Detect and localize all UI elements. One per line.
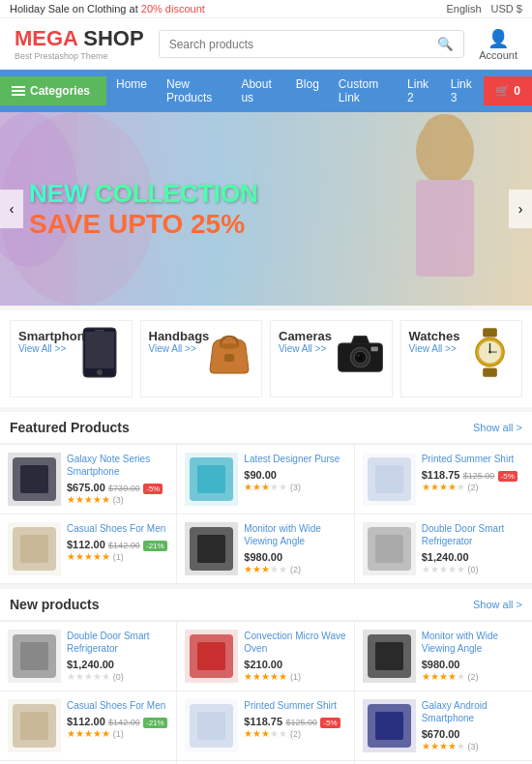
svg-point-11 [220,343,239,349]
product-item[interactable]: Galaxy Note Series Smartphone $675.00 $7… [0,445,177,514]
product-info: Latest Designer Purse $90.00 ★★★★★ (3) [244,453,345,506]
product-stars: ★★★★★ (1) [67,728,168,739]
nav-link3[interactable]: Link 3 [441,70,485,112]
featured-products-grid: Galaxy Note Series Smartphone $675.00 $7… [0,444,532,584]
product-item[interactable]: Printed Summer Shirt $118.75 $125.00 -5%… [355,445,532,514]
svg-rect-19 [483,328,497,337]
nav-home[interactable]: Home [106,70,157,112]
hero-line2: SAVE UPTO 25% [29,209,258,240]
handbag-icon [203,326,256,379]
category-handbags[interactable]: Handbags View All >> [140,320,263,397]
product-price: $980.00 [422,658,524,671]
svg-point-6 [424,114,466,149]
featured-show-all[interactable]: Show all > [473,422,522,433]
product-name[interactable]: Double Door Smart Refrigerator [67,630,168,655]
header: MEGA SHOP Best Prestashop Theme 🔍 👤 Acco… [0,18,532,70]
product-name[interactable]: Galaxy Android Smartphone [422,699,524,724]
svg-point-17 [357,355,359,357]
category-smartphones[interactable]: Smartphones View All >> [10,320,133,397]
nav-about[interactable]: About us [231,70,285,112]
product-name[interactable]: Monitor with Wide Viewing Angle [422,630,524,655]
logo[interactable]: MEGA SHOP Best Prestashop Theme [15,26,144,62]
cart-button[interactable]: 🛒 0 [484,76,532,105]
product-price: $1,240.00 [67,658,168,671]
svg-rect-39 [20,642,48,670]
product-item[interactable]: Casual Shoes For Men $112.00 $142.00 -21… [0,691,177,761]
product-thumbnail [8,453,61,506]
svg-rect-43 [375,642,403,670]
featured-section: Featured Products Show all > Galaxy Note… [0,412,532,584]
svg-rect-8 [85,332,114,368]
product-name[interactable]: Printed Summer Shirt [422,453,524,465]
product-name[interactable]: Monitor with Wide Viewing Angle [244,522,345,547]
product-stars: ★★★★★ (0) [67,671,168,682]
product-item[interactable]: Double Door Smart Refrigerator $1,240.00… [355,514,532,584]
product-stars: ★★★★★ (2) [244,564,345,574]
product-info: Convection Micro Wave Oven $210.00 ★★★★★… [244,630,345,683]
product-name[interactable]: Galaxy Note Series Smartphone [67,453,168,478]
navigation: Categories Home New Products About us Bl… [0,70,532,112]
category-cameras[interactable]: Cameras View All >> [270,320,393,397]
product-item[interactable]: Double Door Smart Refrigerator $1,240.00… [0,622,177,691]
svg-point-25 [488,351,491,354]
nav-link2[interactable]: Link 2 [398,70,441,112]
new-products-grid: Double Door Smart Refrigerator $1,240.00… [0,621,532,764]
new-products-section: New products Show all > Double Door Smar… [0,589,532,764]
product-price: $118.75 $125.00 -5% [422,468,524,482]
language-selector[interactable]: English [447,3,482,15]
product-name[interactable]: Casual Shoes For Men [67,699,168,712]
product-info: Casual Shoes For Men $112.00 $142.00 -21… [67,699,168,752]
product-stars: ★★★★★ (1) [244,671,345,682]
product-name[interactable]: Printed Summer Shirt [244,699,345,712]
product-stars: ★★★★★ (3) [67,494,168,505]
product-thumbnail [185,699,238,752]
product-info: Monitor with Wide Viewing Angle $980.00 … [244,522,345,575]
product-thumbnail [185,630,238,683]
product-item[interactable]: Latest Designer Purse $90.00 ★★★★★ (3) [177,445,354,514]
product-name[interactable]: Casual Shoes For Men [67,522,168,535]
product-info: Printed Summer Shirt $118.75 $125.00 -5%… [422,453,524,506]
nav-new-products[interactable]: New Products [157,70,231,112]
product-price: $1,240.00 [422,550,524,564]
product-name[interactable]: Convection Micro Wave Oven [244,630,345,655]
categories-button[interactable]: Categories [0,76,106,105]
product-item[interactable]: Monitor with Wide Viewing Angle $980.00 … [177,514,354,584]
search-input[interactable] [160,31,429,57]
product-thumbnail [363,453,416,506]
svg-rect-41 [197,642,225,670]
account-button[interactable]: 👤 Account [479,28,517,61]
product-item[interactable]: Printed Summer Shirt $118.75 $125.00 -5%… [177,691,354,761]
hero-content: NEW COLLECTION SAVE UPTO 25% [0,160,287,259]
svg-rect-20 [483,368,497,377]
product-item[interactable]: Galaxy Android Smartphone $670.00 ★★★★★ … [355,691,532,761]
new-products-title: New products [10,597,100,612]
nav-custom-link[interactable]: Custom Link [329,70,398,112]
hero-prev-button[interactable]: ‹ [0,190,23,228]
category-watches[interactable]: Watches View All >> [400,320,523,397]
product-item[interactable]: Convection Micro Wave Oven $210.00 ★★★★★… [177,622,354,691]
currency-selector[interactable]: USD $ [491,3,522,15]
product-info: Galaxy Note Series Smartphone $675.00 $7… [67,453,168,506]
new-products-show-all[interactable]: Show all > [473,599,522,610]
product-item[interactable]: Monitor with Wide Viewing Angle $980.00 … [355,622,532,691]
hamburger-icon [12,86,25,96]
svg-rect-5 [416,180,474,277]
featured-title: Featured Products [10,420,130,435]
product-thumbnail [185,453,238,506]
hero-next-button[interactable]: › [509,190,532,228]
product-thumbnail [363,699,416,752]
product-name[interactable]: Double Door Smart Refrigerator [422,522,524,547]
product-item[interactable]: Casual Shoes For Men $112.00 $142.00 -21… [0,514,177,584]
product-price: $980.00 [244,550,345,564]
account-icon: 👤 [488,28,509,49]
hero-banner: NEW COLLECTION SAVE UPTO 25% ‹ › [0,112,532,306]
product-info: Double Door Smart Refrigerator $1,240.00… [67,630,168,683]
product-name[interactable]: Latest Designer Purse [244,453,345,465]
product-thumbnail [8,699,61,752]
product-stars: ★★★★★ (3) [244,482,345,492]
product-thumbnail [8,522,61,575]
svg-rect-49 [375,712,403,740]
nav-blog[interactable]: Blog [286,70,329,112]
product-info: Galaxy Android Smartphone $670.00 ★★★★★ … [422,699,524,752]
search-button[interactable]: 🔍 [428,31,463,57]
